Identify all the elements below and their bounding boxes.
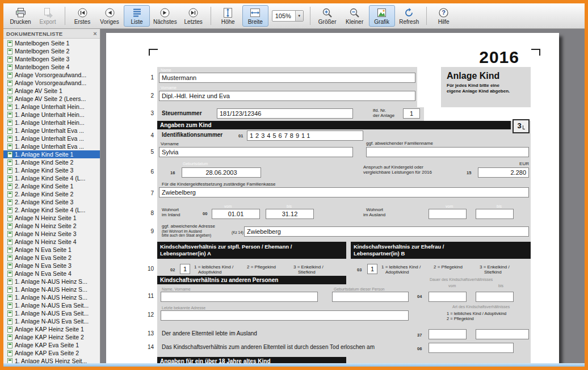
document-list-item[interactable]: 1. Anlage Unterhalt Eva ... [3,142,100,150]
name-label: Name [161,68,171,72]
document-list-item-label: 1. Anlage N-AUS Heinz S... [15,294,87,301]
document-icon [7,104,12,110]
document-list-item[interactable]: Anlage KAP Heinz Seite 1 [3,325,100,333]
lfdnr-label-line1: lfd. Nr. [373,108,386,113]
first-page-button[interactable]: Erstes [69,5,95,27]
document-icon [7,136,12,142]
document-list-item[interactable]: Anlage N Heinz Seite 1 [3,214,100,222]
document-list-item[interactable]: 1. Anlage Unterhalt Hein... [3,103,100,111]
horizontal-scrollbar[interactable] [3,363,585,367]
document-list-item[interactable]: Mantelbogen Seite 2 [3,47,100,55]
wohnort-code: 00 [203,211,207,216]
zoom-in-button[interactable]: Größer [314,5,341,27]
list-button[interactable]: Liste [124,5,150,27]
document-list-item[interactable]: Anlage N Eva Seite 3 [3,262,100,270]
kv-option3-line2: Stiefkind [298,270,316,275]
abw-familienname-label: ggf. abweichender Familienname [366,141,433,146]
export-button[interactable]: Export [35,5,61,27]
document-list-item[interactable]: Anlage N Heinz Seite 4 [3,238,100,246]
zoom-select[interactable]: 105% ▼ [272,10,304,22]
previous-page-button[interactable]: Voriges [96,5,123,27]
refresh-button[interactable]: Refresh [396,5,422,27]
chevron-down-icon: ▼ [295,11,303,21]
document-list-item[interactable]: Anlage AV Seite 1 [3,87,100,95]
elternteil-ausland-field2 [476,329,529,339]
document-list-item[interactable]: Anlage N Eva Seite 2 [3,254,100,262]
document-list-item[interactable]: Anlage Vorsorgeaufwand... [3,79,100,87]
page-marker-value: 3 [517,121,521,130]
fit-width-button[interactable]: Breite [242,5,268,27]
document-list-item[interactable]: 1. Anlage Kind Seite 3 [3,166,100,174]
document-list-item[interactable]: 1. Anlage N-AUS Eva Seit... [3,309,100,317]
document-list-item-label: Mantelbogen Seite 1 [15,40,69,47]
form-line-number: 13 [142,329,154,339]
document-list-item[interactable]: 1. Anlage Unterhalt Eva ... [3,134,100,142]
document-list-item[interactable]: Anlage KAP Heinz Seite 2 [3,333,100,341]
document-list-item[interactable]: Anlage N Eva Seite 1 [3,246,100,254]
row11-code: 04 [417,294,422,299]
next-page-button[interactable]: Nächstes [151,5,179,27]
document-list-item[interactable]: Anlage Vorsorgeaufwand... [3,71,100,79]
document-list-item[interactable]: Anlage N Heinz Seite 3 [3,230,100,238]
document-list-item[interactable]: 2. Anlage Kind Seite 4 (L... [3,206,100,214]
idnr-code: 01 [238,133,243,138]
tod-erloschen-field [429,343,514,353]
section-kindschaftsverhaeltnis-a-line2: Lebenspartner(in) A [160,250,343,257]
document-icon [7,80,12,86]
document-list-item[interactable]: 1. Anlage Kind Seite 4 (L... [3,174,100,182]
document-list-item[interactable]: Anlage KAP Eva Seite 1 [3,341,100,349]
kindergeld-code: 15 [467,170,471,175]
fit-height-button[interactable]: Höhe [215,5,241,27]
document-list-item[interactable]: Anlage N Heinz Seite 2 [3,222,100,230]
document-list-item[interactable]: 1. Anlage N-AUS Heinz S... [3,293,100,301]
name-vorname-label: Name, Vorname [162,287,191,291]
document-list-item[interactable]: Anlage KAP Eva Seite 2 [3,349,100,357]
document-icon [7,128,12,134]
document-list-item[interactable]: 2. Anlage Kind Seite 1 [3,182,100,190]
zoom-out-button[interactable]: Kleiner [342,5,368,27]
close-icon[interactable]: × [93,31,97,37]
document-list-item-label: 2. Anlage Kind Seite 1 [15,183,73,190]
document-icon [7,48,12,54]
document-list-item[interactable]: 1. Anlage N-AUS Heinz S... [3,278,100,285]
document-list-item[interactable]: Mantelbogen Seite 3 [3,55,100,63]
print-button[interactable]: Drucken [7,5,33,27]
document-icon [7,72,12,78]
document-list-item[interactable]: Mantelbogen Seite 4 [3,63,100,71]
help-button[interactable]: ? Hilfe [431,5,457,27]
refresh-button-label: Refresh [399,19,419,25]
document-list-item[interactable]: 1. Anlage N-AUS Eva Seit... [3,317,100,325]
document-list-item[interactable]: Anlage N Eva Seite 4 [3,270,100,278]
document-list-item[interactable]: 1. Anlage N-AUS Eva Seit... [3,301,100,309]
document-list-item[interactable]: 1. Anlage N-AUS Heinz S... [3,285,100,293]
document-list-item-label: Mantelbogen Seite 4 [15,64,69,70]
document-list-item[interactable]: Anlage AV Seite 2 (Leers... [3,95,100,103]
document-list-item[interactable]: 1. Anlage Unterhalt Hein... [3,119,100,127]
last-page-button[interactable]: Letztes [180,5,207,27]
document-icon [7,183,12,190]
next-page-icon [159,7,170,18]
document-list-item[interactable]: Mantelbogen Seite 1 [3,39,100,47]
document-list-item[interactable]: 2. Anlage Kind Seite 2 [3,190,100,198]
row14-code: 06 [417,346,422,351]
andere-person-geburtsdatum-field [332,292,409,302]
toolbar-separator [310,7,310,25]
document-icon [7,287,12,293]
vorname-field: Dipl.-Hdl. Heinz und Eva [159,91,415,101]
document-list-item-label: Anlage N Heinz Seite 4 [15,238,77,245]
document-list-item[interactable]: 1. Anlage Kind Seite 1 [3,150,100,158]
document-list-item[interactable]: 1. Anlage AUS Heinz Seit... [3,357,100,363]
document-list-item[interactable]: 1. Anlage Unterhalt Eva ... [3,127,100,134]
wohnort-vom-field: 01.01 [212,209,260,219]
document-list-item[interactable]: 1. Anlage Unterhalt Hein... [3,111,100,119]
document-list-item[interactable]: 2. Anlage Kind Seite 3 [3,198,100,206]
form-line-number: 1 [142,73,154,83]
document-list-item-label: 1. Anlage Unterhalt Eva ... [15,135,84,142]
graphic-button[interactable]: Grafik [369,5,395,27]
steuernummer-field: 181/123/12346 [217,108,353,119]
vom-label: vom [224,204,232,208]
document-list-item[interactable]: 1. Anlage Kind Seite 2 [3,158,100,166]
geburtsdatum-label: Geburtsdatum [183,162,208,166]
page-marker-icon [523,125,525,129]
kv-option2: 2 = Pflegekind [247,264,276,270]
